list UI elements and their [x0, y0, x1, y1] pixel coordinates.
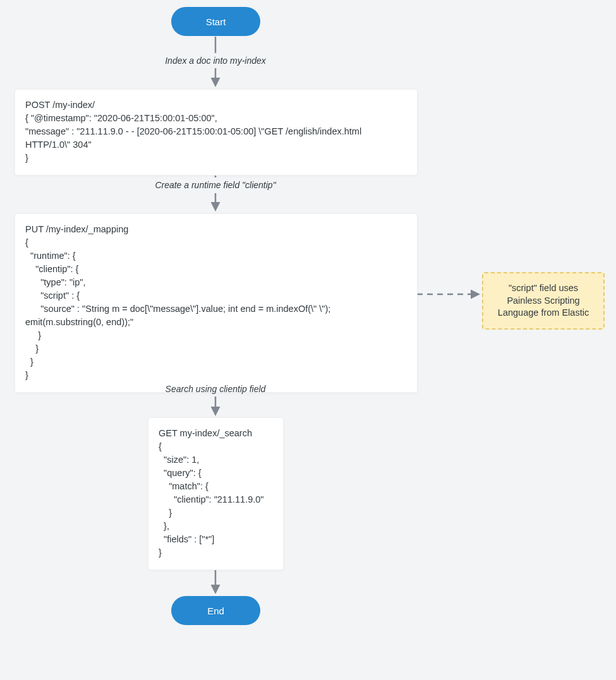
code-get-search-box: GET my-index/_search { "size": 1, "query…: [148, 417, 284, 570]
label-create-runtime: Create a runtime field "clientip": [145, 180, 286, 190]
start-node: Start: [171, 7, 260, 36]
code-post-box: POST /my-index/ { "@timestamp": "2020-06…: [15, 89, 418, 176]
end-node: End: [171, 596, 260, 625]
code-put-mapping-box: PUT /my-index/_mapping { "runtime": { "c…: [15, 213, 418, 393]
label-search: Search using clientip field: [145, 384, 286, 394]
painless-note: "script" field uses Painless Scripting L…: [482, 272, 605, 330]
label-index-doc: Index a doc into my-index: [145, 56, 286, 66]
